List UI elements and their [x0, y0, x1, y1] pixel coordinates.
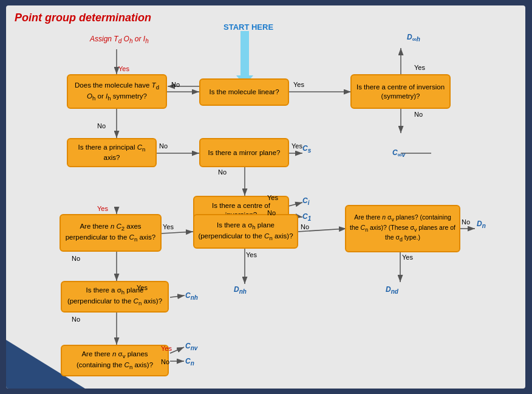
- no-c2-sigmahleft: No: [72, 255, 80, 262]
- no-inv-cinfv: No: [414, 111, 423, 118]
- svg-line-24: [170, 296, 185, 297]
- box-td-symmetry: Does the molecule have Td Oh or Ih symme…: [67, 74, 167, 109]
- yes-c2-sigmah: Yes: [163, 223, 174, 230]
- yes-sigmah-dnh: Yes: [246, 251, 257, 258]
- box-sigma-v-planes: Are there n σv planes? (containing the C…: [345, 205, 460, 252]
- dinfh-label: D∞h: [407, 33, 420, 43]
- cinfv-label: C∞v: [392, 148, 405, 158]
- yes-inv2-ci: Yes: [267, 194, 278, 201]
- start-label: START HERE: [223, 22, 273, 32]
- page-title: Point group determination: [15, 12, 151, 24]
- box-mirror: Is there a mirror plane?: [199, 138, 289, 167]
- cnv-label: Cnv: [185, 342, 197, 351]
- yes-mirror-cs: Yes: [292, 142, 302, 150]
- no-sigmahleft-sigmanv: No: [72, 316, 80, 323]
- box-linear: Is the molecule linear?: [199, 78, 289, 106]
- cs-label: Cs: [302, 144, 311, 154]
- main-panel: Point group determination START HERE: [6, 5, 525, 389]
- c1-label: C1: [302, 212, 311, 222]
- yes-sigmahleft-cnh: Yes: [137, 284, 148, 291]
- yes-sigmanv-cnv: Yes: [161, 345, 172, 352]
- svg-line-26: [170, 347, 184, 353]
- dnh-label: Dnh: [234, 285, 247, 295]
- yes-inv-dinfh: Yes: [414, 64, 425, 71]
- yes-principal-c2: Yes: [97, 205, 108, 212]
- no-principal-mirror: No: [159, 142, 168, 150]
- box-c2axes: Are there n C2 axes perpendicular to the…: [60, 214, 162, 252]
- no-mirror-inv2: No: [218, 168, 227, 176]
- svg-line-18: [161, 232, 193, 233]
- no-sigmav-dn: No: [462, 218, 470, 226]
- yes-assign: Yes: [118, 65, 129, 72]
- assign-label: Assign Td Oh or Ih: [90, 35, 149, 44]
- yes-linear-inv: Yes: [293, 81, 304, 88]
- ci-label: Ci: [302, 196, 309, 206]
- no-sigmah-sigmav: No: [301, 223, 309, 230]
- box-principal: Is there a principal Cn axis?: [67, 138, 157, 167]
- yes-sigmav-dnd: Yes: [402, 254, 413, 261]
- cnh-label: Cnh: [185, 291, 198, 301]
- no-inv2-c1: No: [267, 209, 276, 216]
- box-sigma-h-left: Is there a σh plane (perpendicular to th…: [61, 281, 169, 313]
- no-sigmanv-cn: No: [161, 358, 169, 365]
- box-inversion-top: Is there a centre of inversion (symmetry…: [350, 74, 451, 109]
- no-td-linear: No: [171, 81, 180, 88]
- dnd-label: Dnd: [386, 285, 398, 295]
- cn-label: Cn: [185, 357, 194, 367]
- svg-line-15: [288, 202, 302, 206]
- dn-label: Dn: [477, 219, 486, 229]
- box-sigma-h-right: Is there a σh plane (perpendicular to th…: [193, 214, 298, 249]
- box-sigma-nv: Are there n σv planes (containing the Cn…: [61, 345, 169, 376]
- no-td-principal: No: [97, 122, 106, 130]
